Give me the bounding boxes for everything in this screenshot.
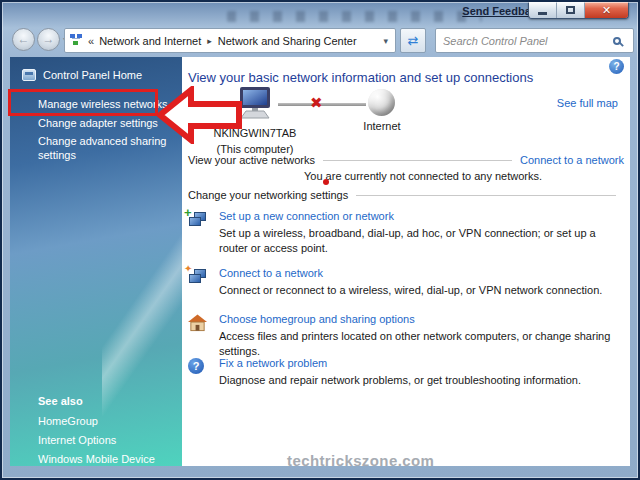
sidebar-item-windows-mobile-device-center[interactable]: Windows Mobile Device Center (38, 452, 182, 466)
title-bar[interactable]: Send Feedback ✕ (2, 2, 638, 24)
connect-to-network-link[interactable]: Connect to a network (520, 154, 624, 166)
nav-buttons: ← → ▾ (12, 28, 67, 51)
maximize-icon (566, 6, 575, 14)
divider (323, 160, 512, 161)
sidebar-item-change-advanced-sharing-settings[interactable]: Change advanced sharing settings (38, 134, 172, 163)
help-icon[interactable]: ? (609, 59, 624, 74)
computer-name-label: NKINGWIN7TAB (207, 127, 303, 141)
plus-badge-icon: + (184, 205, 192, 220)
connection-status-text: You are currently not connected to any n… (304, 170, 542, 182)
active-networks-label: View your active networks (188, 154, 315, 166)
search-icon[interactable] (613, 37, 621, 45)
search-input[interactable] (436, 35, 613, 47)
sidebar-item-control-panel-home[interactable]: Control Panel Home (22, 69, 142, 81)
task-description: Connect or reconnect to a wireless, wire… (219, 283, 602, 298)
network-sharing-center-window: Send Feedback ✕ ← → ▾ « Network and Inte… (0, 0, 640, 480)
divider (356, 195, 616, 196)
screenshot: Send Feedback ✕ ← → ▾ « Network and Inte… (0, 0, 640, 480)
sidebar-item-internet-options[interactable]: Internet Options (38, 433, 116, 447)
task-description: Access files and printers located on oth… (219, 329, 616, 360)
task-fix-network-problem[interactable]: ? Fix a network problem Diagnose and rep… (188, 357, 616, 388)
computer-icon (232, 87, 278, 121)
glass-reflection (227, 11, 482, 22)
minimize-button[interactable] (529, 2, 557, 18)
connect-network-icon: ✦ (188, 268, 208, 298)
window-controls: ✕ (528, 2, 629, 19)
change-settings-row: Change your networking settings (188, 189, 624, 201)
breadcrumb-network-and-internet[interactable]: Network and Internet (99, 35, 201, 47)
maximize-button[interactable] (557, 2, 585, 18)
back-button[interactable]: ← (12, 28, 35, 51)
star-badge-icon: ✦ (184, 263, 192, 274)
new-connection-icon: + (188, 211, 208, 257)
minimize-icon (538, 12, 547, 15)
sidebar-item-homegroup[interactable]: HomeGroup (38, 414, 98, 428)
task-connect-to-network[interactable]: ✦ Connect to a network Connect or reconn… (188, 267, 616, 298)
network-icon (69, 33, 83, 49)
refresh-button[interactable]: ⇄ (400, 28, 426, 53)
breadcrumb-separator-icon: ▸ (207, 36, 212, 46)
forward-button[interactable]: → (37, 28, 60, 51)
this-computer-node[interactable]: NKINGWIN7TAB (This computer) (207, 87, 303, 157)
see-full-map-link[interactable]: See full map (557, 97, 618, 109)
see-also-header: See also (38, 395, 83, 407)
internet-globe-icon[interactable] (368, 89, 395, 116)
sidebar-item-change-adapter-settings[interactable]: Change adapter settings (38, 116, 158, 130)
refresh-icon: ⇄ (408, 33, 419, 48)
sidebar-item-manage-wireless-networks[interactable]: Manage wireless networks (38, 97, 168, 111)
navigation-toolbar: ← → ▾ « Network and Internet ▸ Network a… (4, 24, 636, 57)
annotation-red-dot (323, 179, 329, 185)
sidebar: Control Panel Home Manage wireless netwo… (10, 57, 182, 466)
change-settings-header: Change your networking settings (188, 189, 348, 201)
main-content: ? View your basic network information an… (182, 57, 630, 466)
address-bar[interactable]: « Network and Internet ▸ Network and Sha… (64, 28, 396, 53)
close-button[interactable]: ✕ (585, 2, 628, 18)
task-choose-homegroup[interactable]: Choose homegroup and sharing options Acc… (188, 313, 616, 360)
active-networks-row: View your active networks Connect to a n… (188, 154, 624, 166)
watermark-text: techtrickszone.com (287, 452, 434, 466)
task-title[interactable]: Connect to a network (219, 267, 602, 279)
troubleshoot-question-icon: ? (188, 358, 208, 388)
internet-label: Internet (350, 120, 414, 132)
task-title[interactable]: Choose homegroup and sharing options (219, 313, 616, 325)
task-description: Set up a wireless, broadband, dial-up, a… (219, 226, 616, 257)
forward-icon: → (43, 32, 55, 46)
close-icon: ✕ (602, 4, 611, 17)
homegroup-house-icon (188, 314, 208, 360)
search-box (435, 28, 634, 53)
back-icon: ← (18, 32, 30, 46)
control-panel-home-label: Control Panel Home (43, 69, 142, 81)
address-dropdown-icon[interactable]: ▾ (380, 36, 391, 46)
breadcrumb-network-and-sharing-center[interactable]: Network and Sharing Center (218, 35, 357, 47)
control-panel-icon (22, 69, 36, 81)
task-title[interactable]: Fix a network problem (219, 357, 581, 369)
task-title[interactable]: Set up a new connection or network (219, 210, 616, 222)
disconnected-x-icon: ✖ (310, 94, 323, 112)
task-set-up-new-connection[interactable]: + Set up a new connection or network Set… (188, 210, 616, 257)
breadcrumb-overflow-chevron[interactable]: « (88, 35, 94, 47)
task-description: Diagnose and repair network problems, or… (219, 373, 581, 388)
page-title: View your basic network information and … (188, 70, 533, 85)
